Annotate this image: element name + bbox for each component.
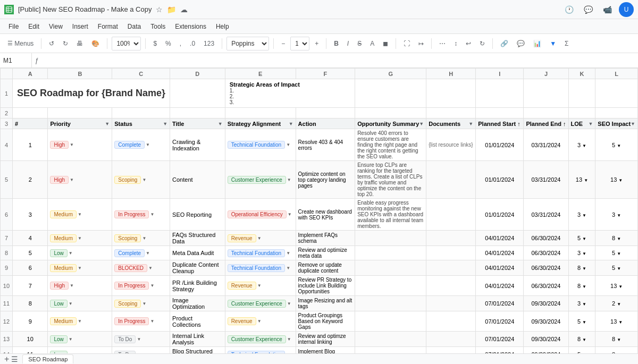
- cell-strategy-6[interactable]: Operational Efficiency▼: [225, 199, 296, 231]
- cell-strategy-11[interactable]: Customer Experience▼: [225, 296, 296, 311]
- cell-priority-13[interactable]: Low▼: [48, 332, 112, 347]
- header-opportunity[interactable]: Opportunity Summary▼: [355, 118, 426, 129]
- menu-insert[interactable]: Insert: [68, 22, 93, 31]
- comma-button[interactable]: ,: [177, 37, 184, 50]
- cell-status-9[interactable]: BLOCKED▼: [112, 260, 170, 276]
- cell-strategy-12[interactable]: Revenue▼: [225, 311, 296, 332]
- filter-button[interactable]: ▼: [547, 37, 559, 50]
- cell-priority-5[interactable]: High▼: [48, 161, 112, 199]
- cell-priority-8[interactable]: Low▼: [48, 246, 112, 260]
- header-documents[interactable]: Documents▼: [426, 118, 476, 129]
- zoom-select[interactable]: 100%: [112, 37, 141, 50]
- decimal-increase-button[interactable]: 123: [200, 37, 217, 50]
- cell-status-14[interactable]: To Do▼: [112, 347, 170, 354]
- col-header-f[interactable]: F: [296, 69, 355, 79]
- menu-edit[interactable]: Edit: [24, 22, 44, 31]
- cell-status-12[interactable]: In Progress▼: [112, 311, 170, 332]
- header-title[interactable]: Title▼: [170, 118, 225, 129]
- col-header-d[interactable]: D: [170, 69, 225, 79]
- header-priority[interactable]: Priority▼: [48, 118, 112, 129]
- paint-format-button[interactable]: 🎨: [88, 37, 103, 50]
- font-size-select[interactable]: 10: [290, 37, 309, 50]
- cell-priority-14[interactable]: Low▼: [48, 347, 112, 354]
- history-button[interactable]: 🕐: [561, 2, 576, 17]
- col-header-k[interactable]: K: [568, 69, 595, 79]
- header-loe[interactable]: LOE▼: [568, 118, 595, 129]
- function-button[interactable]: Σ: [561, 37, 572, 50]
- cell-priority-11[interactable]: Low▼: [48, 296, 112, 311]
- header-planned-end[interactable]: Planned End ↑: [524, 118, 568, 129]
- strikethrough-button[interactable]: S: [354, 37, 365, 50]
- cell-priority-7[interactable]: Medium▼: [48, 231, 112, 246]
- cell-strategy-4[interactable]: Technical Foundation▼: [225, 129, 296, 161]
- italic-button[interactable]: I: [344, 37, 352, 50]
- header-seo-impact[interactable]: SEO Impact▼: [595, 118, 638, 129]
- star-icon[interactable]: ☆: [156, 5, 163, 14]
- merge-button[interactable]: ↦: [415, 37, 427, 50]
- cell-status-7[interactable]: Scoping▼: [112, 231, 170, 246]
- wrap-button[interactable]: ↩: [463, 37, 474, 50]
- cell-status-13[interactable]: To Do▼: [112, 332, 170, 347]
- header-strategy[interactable]: Strategy Alignment▼: [225, 118, 296, 129]
- borders-button[interactable]: ⛶: [400, 37, 413, 50]
- cell-priority-12[interactable]: Medium▼: [48, 311, 112, 332]
- col-header-e[interactable]: E: [225, 69, 296, 79]
- cell-strategy-8[interactable]: Technical Foundation▼: [225, 246, 296, 260]
- menus-toggle[interactable]: ☰ Menus: [4, 37, 37, 50]
- cell-strategy-5[interactable]: Customer Experience▼: [225, 161, 296, 199]
- cell-priority-9[interactable]: Medium▼: [48, 260, 112, 276]
- col-header-l[interactable]: L: [595, 69, 638, 79]
- cell-strategy-10[interactable]: Revenue▼: [225, 276, 296, 296]
- col-header-b[interactable]: B: [48, 69, 112, 79]
- print-button[interactable]: 🖶: [73, 37, 86, 50]
- fill-color-button[interactable]: ◼: [380, 37, 391, 50]
- font-select[interactable]: Poppins: [226, 37, 269, 50]
- col-header-g[interactable]: G: [355, 69, 426, 79]
- chart-button[interactable]: 📊: [530, 37, 544, 50]
- cell-priority-10[interactable]: High▼: [48, 276, 112, 296]
- comment-insert-button[interactable]: 💬: [514, 37, 528, 50]
- align-button[interactable]: ⋯: [436, 37, 449, 50]
- header-hash[interactable]: #: [12, 118, 47, 129]
- formula-input[interactable]: [42, 57, 638, 64]
- undo-button[interactable]: ↺: [46, 37, 57, 50]
- menu-extensions[interactable]: Extensions: [171, 22, 211, 31]
- menu-view[interactable]: View: [45, 22, 67, 31]
- redo-button[interactable]: ↻: [60, 37, 71, 50]
- header-action[interactable]: Action: [296, 118, 355, 129]
- text-color-button[interactable]: A: [367, 37, 377, 50]
- cloud-icon[interactable]: ☁: [180, 5, 188, 14]
- col-header-i[interactable]: I: [476, 69, 524, 79]
- font-size-increase[interactable]: +: [312, 37, 322, 50]
- percent-button[interactable]: %: [162, 37, 174, 50]
- cell-priority-4[interactable]: High▼: [48, 129, 112, 161]
- link-button[interactable]: 🔗: [497, 37, 511, 50]
- cell-status-10[interactable]: In Progress▼: [112, 276, 170, 296]
- sheet-menu-button[interactable]: ☰: [11, 355, 18, 363]
- cell-strategy-14[interactable]: Technical Foundation▼: [225, 347, 296, 354]
- video-button[interactable]: 📹: [600, 2, 615, 17]
- cell-status-5[interactable]: Scoping▼: [112, 161, 170, 199]
- cell-priority-6[interactable]: Medium▼: [48, 199, 112, 231]
- spreadsheet[interactable]: A B C D E F G H I J K L 1 SEO Roadmap fo…: [0, 68, 638, 353]
- currency-button[interactable]: $: [150, 37, 160, 50]
- cell-strategy-13[interactable]: Customer Experience▼: [225, 332, 296, 347]
- menu-format[interactable]: Format: [94, 22, 122, 31]
- cell-status-4[interactable]: Complete▼: [112, 129, 170, 161]
- font-size-decrease[interactable]: −: [278, 37, 288, 50]
- comment-button[interactable]: 💬: [581, 2, 595, 17]
- menu-help[interactable]: Help: [212, 22, 233, 31]
- cell-reference[interactable]: M1: [0, 53, 32, 67]
- user-avatar[interactable]: U: [619, 2, 634, 17]
- bold-button[interactable]: B: [331, 37, 342, 50]
- cell-strategy-9[interactable]: Technical Foundation▼: [225, 260, 296, 276]
- header-planned-start[interactable]: Planned Start ↑: [476, 118, 524, 129]
- header-status[interactable]: Status▼: [112, 118, 170, 129]
- col-header-c[interactable]: C: [112, 69, 170, 79]
- menu-file[interactable]: File: [4, 22, 23, 31]
- col-header-j[interactable]: J: [524, 69, 568, 79]
- rotate-button[interactable]: ↻: [476, 37, 488, 50]
- cell-status-6[interactable]: In Progress▼: [112, 199, 170, 231]
- col-header-h[interactable]: H: [426, 69, 476, 79]
- col-header-a[interactable]: A: [12, 69, 47, 79]
